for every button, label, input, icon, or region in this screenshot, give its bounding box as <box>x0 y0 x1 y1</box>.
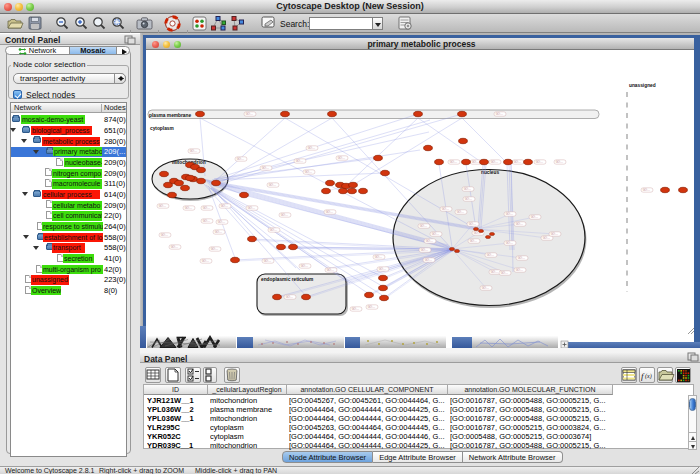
svg-text:GO:-..: GO:-.. <box>221 204 228 208</box>
svg-text:GO:-..: GO:-.. <box>264 259 271 263</box>
svg-text:GO:-..: GO:-.. <box>185 206 192 210</box>
svg-text:GO:-..: GO:-.. <box>514 160 521 164</box>
svg-text:GO:-..: GO:-.. <box>487 253 494 257</box>
svg-text:GO:-..: GO:-.. <box>482 286 489 290</box>
svg-text:GO:-..: GO:-.. <box>425 258 432 262</box>
svg-text:GO:-..: GO:-.. <box>246 112 253 116</box>
svg-text:GO:-..: GO:-.. <box>190 149 197 153</box>
svg-text:GO:-..: GO:-.. <box>352 307 359 311</box>
svg-text:cytoplasm: cytoplasm <box>150 126 174 131</box>
svg-text:GO:-..: GO:-.. <box>457 210 464 214</box>
svg-text:GO:-..: GO:-.. <box>516 268 523 272</box>
svg-text:GO:-..: GO:-.. <box>171 245 178 249</box>
svg-text:GO:-..: GO:-.. <box>496 112 503 116</box>
svg-text:GO:-..: GO:-.. <box>420 224 427 228</box>
svg-text:GO:-..: GO:-.. <box>516 222 523 226</box>
svg-text:GO:-..: GO:-.. <box>442 207 449 211</box>
svg-text:GO:-..: GO:-.. <box>465 197 472 201</box>
svg-text:GO:-..: GO:-.. <box>450 160 457 164</box>
svg-text:GO:-..: GO:-.. <box>338 156 345 160</box>
svg-text:GO:-..: GO:-.. <box>426 239 433 243</box>
svg-text:GO:-..: GO:-.. <box>262 166 269 170</box>
svg-text:GO:-..: GO:-.. <box>215 230 222 234</box>
svg-text:(x): (x) <box>645 373 652 380</box>
svg-text:GO:-..: GO:-.. <box>286 295 293 299</box>
svg-text:GO:-..: GO:-.. <box>421 248 428 252</box>
svg-text:GO:-..: GO:-.. <box>203 219 210 223</box>
svg-text:GO:-..: GO:-.. <box>159 204 166 208</box>
svg-text:GO:-..: GO:-.. <box>543 236 550 240</box>
svg-text:GO:-..: GO:-.. <box>506 212 513 216</box>
svg-text:GO:-..: GO:-.. <box>211 247 218 251</box>
svg-text:GO:-..: GO:-.. <box>308 146 315 150</box>
svg-text:GO:-..: GO:-.. <box>368 305 375 309</box>
svg-text:GO:-..: GO:-.. <box>305 170 312 174</box>
svg-text:GO:-..: GO:-.. <box>375 255 382 259</box>
svg-text:GO:-..: GO:-.. <box>531 215 538 219</box>
svg-text:GO:-..: GO:-.. <box>464 187 471 191</box>
svg-text:GO:-..: GO:-.. <box>536 160 543 164</box>
svg-text:GO:-..: GO:-.. <box>281 213 288 217</box>
svg-text:GO:-..: GO:-.. <box>326 210 333 214</box>
svg-text:GO:-..: GO:-.. <box>296 159 303 163</box>
svg-text:GO:-..: GO:-.. <box>470 239 477 243</box>
svg-text:GO:-..: GO:-.. <box>491 160 498 164</box>
svg-text:GO:-..: GO:-.. <box>379 267 386 271</box>
svg-text:GO:-..: GO:-.. <box>269 183 276 187</box>
svg-text:GO:-..: GO:-.. <box>556 160 563 164</box>
svg-text:GO:-..: GO:-.. <box>469 222 476 226</box>
svg-text:GO:-..: GO:-.. <box>161 233 168 237</box>
svg-text:GO:-..: GO:-.. <box>491 270 498 274</box>
svg-text:GO:-..: GO:-.. <box>643 188 650 192</box>
svg-text:plasma membrane: plasma membrane <box>149 113 191 118</box>
svg-text:GO:-..: GO:-.. <box>218 220 225 224</box>
svg-text:GO:-..: GO:-.. <box>237 157 244 161</box>
svg-text:GO:-..: GO:-.. <box>551 232 558 236</box>
svg-text:GO:-..: GO:-.. <box>518 256 525 260</box>
svg-text:GO:-..: GO:-.. <box>472 160 479 164</box>
svg-text:GO:-..: GO:-.. <box>327 268 334 272</box>
svg-text:endoplasmic reticulum: endoplasmic reticulum <box>261 277 313 282</box>
svg-text:GO:-..: GO:-.. <box>506 241 513 245</box>
svg-text:GO:-..: GO:-.. <box>432 232 439 236</box>
svg-text:unassigned: unassigned <box>629 83 656 88</box>
svg-text:GO:-..: GO:-.. <box>270 228 277 232</box>
svg-text:GO:-..: GO:-.. <box>203 206 210 210</box>
svg-text:GO:-..: GO:-.. <box>202 259 209 263</box>
svg-text:GO:-..: GO:-.. <box>501 271 508 275</box>
svg-text:GO:-..: GO:-.. <box>248 206 255 210</box>
svg-text:GO:-..: GO:-.. <box>301 264 308 268</box>
